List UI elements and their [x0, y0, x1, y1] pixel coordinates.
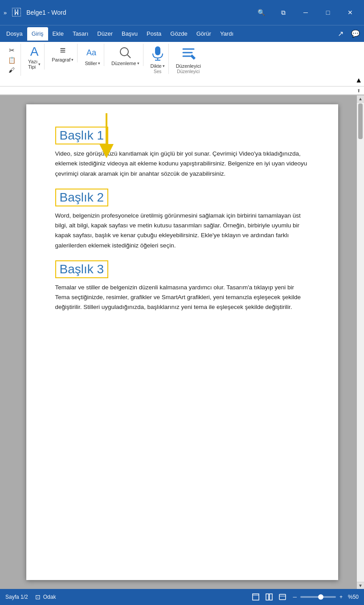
- svg-point-1: [120, 48, 128, 56]
- ribbon-expand-icon[interactable]: ⬆: [357, 88, 360, 93]
- titlebar-title: Belge1 - Word: [26, 9, 66, 16]
- stiller-label-row: Stiller ▾: [85, 61, 100, 66]
- scroll-up-button[interactable]: ▲: [357, 95, 364, 103]
- duzenleyici-sublabel: Düzenleyici: [177, 69, 200, 74]
- ribbon-group-yazi-tipi: A YazıTipi ▾: [25, 44, 45, 70]
- menubar-actions: ↗ 💬: [334, 27, 362, 41]
- stiller-arrow[interactable]: ▾: [98, 61, 100, 66]
- duzenleyici-label[interactable]: Düzenleyici: [176, 63, 201, 69]
- ribbon-group-dikte: Dikte ▾ Ses: [147, 44, 169, 74]
- view-layout-button[interactable]: [264, 592, 274, 602]
- dikte-label[interactable]: Dikte: [151, 63, 162, 69]
- svg-line-2: [127, 55, 131, 58]
- yazi-tipi-label-row: YazıTipi ▾: [28, 59, 41, 70]
- heading-3[interactable]: Başlık 3: [55, 260, 109, 278]
- stiller-label[interactable]: Stiller: [85, 61, 97, 66]
- dikte-icon: [151, 45, 165, 63]
- svg-rect-8: [253, 594, 259, 600]
- view-print-button[interactable]: [251, 592, 261, 602]
- heading-3-container: Başlık 3: [55, 260, 309, 278]
- zoom-minus[interactable]: ─: [293, 594, 297, 600]
- comment-icon[interactable]: 💬: [349, 27, 362, 41]
- heading-1-container: Başlık 1: [55, 127, 309, 144]
- menu-duzer[interactable]: Düzer: [93, 27, 117, 41]
- dikte-label-row: Dikte ▾: [151, 63, 165, 69]
- dikte-sublabel: Ses: [154, 69, 161, 74]
- svg-text:Aa: Aa: [86, 48, 97, 57]
- app-icon: 🇼: [12, 8, 21, 18]
- scroll-track: [357, 103, 364, 582]
- paragraph-2: Word, belgenizin profesyonelce üretilmiş…: [55, 211, 309, 251]
- format-painter-button[interactable]: 🖌: [5, 65, 18, 75]
- heading-2[interactable]: Başlık 2: [55, 189, 109, 206]
- menu-ekle[interactable]: Ekle: [48, 27, 68, 41]
- scroll-down-button[interactable]: ▼: [357, 582, 364, 589]
- heading-2-container: Başlık 2: [55, 189, 309, 206]
- search-button[interactable]: 🔍: [251, 5, 271, 20]
- ribbon: ✂ 📋 🖌 A YazıTipi ▾ ≡ Paragraf ▾ Aa Still…: [0, 42, 364, 86]
- duzenleme-label-row: Düzenleme ▾: [111, 61, 139, 66]
- titlebar: » 🇼 Belge1 - Word 🔍 ⧉ ─ □ ✕: [0, 0, 364, 25]
- menu-giris[interactable]: Giriş: [27, 27, 48, 41]
- paragraph-3: Temalar ve stiller de belgenizin düzenli…: [55, 283, 309, 313]
- ribbon-group-duzenleyici: Düzenleyici Düzenleyici: [172, 44, 204, 74]
- zoom-slider[interactable]: [300, 596, 336, 598]
- menu-gozde[interactable]: Gözde: [166, 27, 192, 41]
- yazi-tipi-icon: A: [30, 45, 39, 58]
- ribbon-bottom: ⬆: [0, 86, 364, 95]
- duzenleme-label[interactable]: Düzenleme: [111, 61, 136, 66]
- focus-button[interactable]: ⊡ Odak: [35, 593, 56, 601]
- statusbar: Sayfa 1/2 ⊡ Odak ─ + %50: [0, 589, 364, 605]
- duzenleyici-icon: [180, 45, 197, 63]
- svg-rect-3: [155, 46, 160, 55]
- svg-rect-12: [279, 594, 286, 600]
- menu-basvu[interactable]: Başvu: [117, 27, 142, 41]
- svg-rect-10: [266, 594, 269, 600]
- paragraf-arrow[interactable]: ▾: [71, 58, 74, 62]
- dikte-arrow[interactable]: ▾: [163, 64, 165, 68]
- duzenleyici-label-row: Düzenleyici: [176, 63, 201, 69]
- scrollbar: ▲ ▼: [357, 95, 364, 589]
- paragraf-label-row: Paragraf ▾: [52, 57, 74, 62]
- paragraf-icon: ≡: [60, 45, 65, 55]
- document-area: ▲ ▼ Başlık 1 Video, size görüşünüzü kanı…: [0, 95, 364, 589]
- ribbon-group-pano: ✂ 📋 🖌: [4, 44, 21, 76]
- statusbar-right: ─ + %50: [251, 592, 359, 602]
- ribbon-collapse-button[interactable]: ▲: [355, 76, 362, 84]
- share-icon[interactable]: ↗: [334, 27, 347, 41]
- zoom-plus[interactable]: +: [339, 594, 343, 600]
- duzenleme-arrow[interactable]: ▾: [137, 61, 139, 66]
- duzenleme-icon: [118, 45, 132, 61]
- paragraf-label[interactable]: Paragraf: [52, 57, 70, 62]
- zoom-level: %50: [348, 594, 359, 600]
- focus-label: Odak: [43, 594, 56, 600]
- titlebar-controls: 🔍 ⧉ ─ □ ✕: [251, 5, 360, 20]
- maximize-button[interactable]: □: [318, 5, 338, 20]
- menu-dosya[interactable]: Dosya: [2, 27, 27, 41]
- restore-button[interactable]: ⧉: [273, 5, 294, 20]
- menubar: Dosya Giriş Ekle Tasarı Düzer Başvu Post…: [0, 25, 364, 42]
- quick-access-icon[interactable]: »: [4, 9, 7, 16]
- scroll-thumb[interactable]: [358, 103, 363, 139]
- zoom-thumb[interactable]: [318, 594, 323, 600]
- document-page: Başlık 1 Video, size görüşünüzü kanıtlam…: [26, 104, 338, 580]
- minimize-button[interactable]: ─: [295, 5, 316, 20]
- copy-button[interactable]: 📋: [5, 55, 18, 65]
- cut-button[interactable]: ✂: [5, 45, 18, 55]
- titlebar-left: » 🇼 Belge1 - Word: [4, 8, 66, 18]
- paragraph-1: Video, size görüşünüzü kanıtlamak için g…: [55, 149, 309, 179]
- stiller-icon: Aa: [86, 45, 100, 61]
- heading-1[interactable]: Başlık 1: [55, 127, 109, 144]
- close-button[interactable]: ✕: [340, 5, 360, 20]
- menu-posta[interactable]: Posta: [142, 27, 166, 41]
- yazi-tipi-label[interactable]: YazıTipi: [28, 59, 37, 70]
- focus-icon: ⊡: [35, 593, 41, 601]
- view-web-button[interactable]: [278, 592, 287, 602]
- svg-rect-11: [270, 594, 272, 600]
- menu-yardi[interactable]: Yardı: [216, 27, 238, 41]
- page-info: Sayfa 1/2: [5, 594, 28, 600]
- menu-gorur[interactable]: Görür: [192, 27, 216, 41]
- ribbon-group-stiller: Aa Stiller ▾: [81, 44, 104, 66]
- menu-tasari[interactable]: Tasarı: [68, 27, 93, 41]
- yazi-tipi-arrow[interactable]: ▾: [38, 62, 41, 66]
